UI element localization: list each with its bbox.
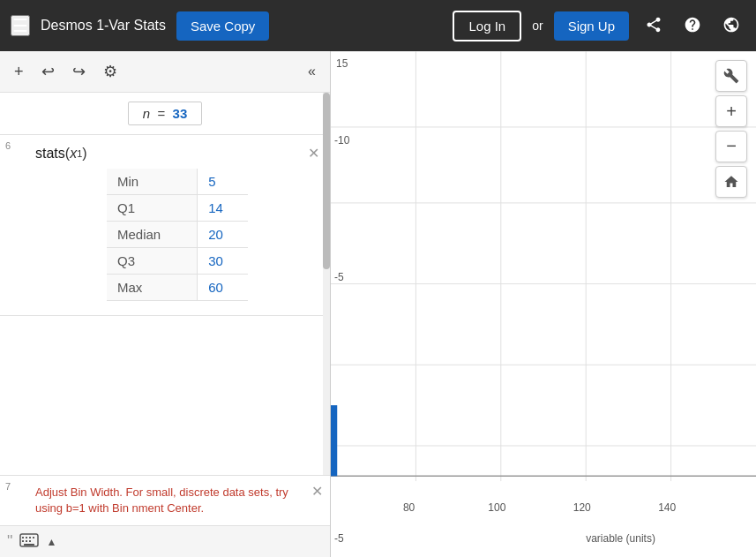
header: ☰ Desmos 1-Var Stats Save Copy Log In or…	[0, 0, 756, 51]
menu-icon[interactable]: ☰	[11, 15, 30, 36]
svg-rect-7	[29, 540, 31, 542]
stat-label: Min	[107, 169, 198, 195]
share-icon	[645, 16, 662, 34]
zoom-in-button[interactable]: +	[715, 95, 747, 127]
svg-text:100: 100	[488, 501, 505, 514]
svg-text:-10: -10	[334, 134, 350, 147]
svg-rect-8	[24, 544, 34, 546]
table-row: Q114	[107, 195, 248, 222]
undo-button[interactable]: ↩	[38, 58, 58, 85]
share-button[interactable]	[640, 12, 668, 40]
hint-text: Adjust Bin Width. For small, discrete da…	[11, 485, 319, 516]
hint-box: 7 Adjust Bin Width. For small, discrete …	[0, 475, 330, 525]
table-row: Q330	[107, 248, 248, 275]
stat-value: 14	[198, 195, 248, 222]
stat-label: Median	[107, 222, 198, 248]
graph-grid: 15 -10 -5 80 100 120 140 variable (units…	[331, 51, 756, 557]
svg-text:variable (units): variable (units)	[586, 532, 655, 545]
stat-label: Q1	[107, 195, 198, 222]
stat-value: 60	[198, 275, 248, 301]
expression-n[interactable]: n = 33	[0, 93, 330, 135]
n-value-box: n = 33	[128, 102, 202, 125]
expression-stats[interactable]: 6 stats ( x 1 ) ✕ Min5Q114Median20Q330Ma…	[0, 135, 330, 316]
table-row: Min5	[107, 169, 248, 195]
header-or-text: or	[532, 19, 543, 33]
svg-text:15: 15	[336, 57, 348, 70]
svg-rect-1	[22, 537, 24, 538]
plus-icon: +	[726, 102, 737, 120]
arrow-up-button[interactable]: ▲	[46, 536, 56, 548]
svg-rect-4	[33, 537, 34, 538]
stat-value: 30	[198, 248, 248, 275]
bottom-toolbar: " ▲	[0, 525, 330, 557]
table-row: Max60	[107, 275, 248, 301]
svg-text:140: 140	[658, 501, 676, 514]
zoom-out-button[interactable]: −	[715, 131, 747, 162]
svg-text:-5: -5	[334, 271, 344, 283]
signup-button[interactable]: Sign Up	[554, 11, 629, 41]
n-variable: n	[143, 106, 150, 121]
graph-toolbar: + −	[715, 60, 747, 198]
svg-text:80: 80	[403, 501, 415, 514]
keyboard-icon	[19, 533, 39, 547]
n-number: 33	[173, 106, 188, 121]
globe-button[interactable]	[717, 12, 745, 40]
expression-toolbar: + ↩ ↪ ⚙ «	[0, 51, 330, 93]
help-icon	[684, 16, 701, 34]
stat-value: 20	[198, 222, 248, 248]
stat-label: Max	[107, 275, 198, 301]
close-stats-button[interactable]: ✕	[308, 147, 319, 161]
svg-rect-2	[26, 537, 27, 538]
settings-button[interactable]: ⚙	[100, 58, 121, 85]
expressions-panel: n = 33 6 stats ( x 1 ) ✕ Min5Q11	[0, 93, 330, 475]
table-row: Median20	[107, 222, 248, 248]
login-button[interactable]: Log In	[453, 11, 521, 41]
svg-rect-21	[331, 405, 337, 476]
stat-label: Q3	[107, 248, 198, 275]
svg-rect-6	[26, 540, 27, 542]
stat-value: 5	[198, 169, 248, 195]
app-title: Desmos 1-Var Stats	[41, 18, 166, 34]
svg-rect-5	[22, 540, 24, 542]
stats-results-table: Min5Q114Median20Q330Max60	[107, 169, 248, 301]
collapse-button[interactable]: «	[304, 60, 319, 83]
help-button[interactable]	[678, 12, 707, 40]
sidebar: + ↩ ↪ ⚙ « n = 33	[0, 51, 331, 557]
close-hint-button[interactable]: ✕	[311, 483, 323, 500]
keyboard-button[interactable]	[19, 533, 39, 551]
graph-area: 15 -10 -5 80 100 120 140 variable (units…	[331, 51, 756, 557]
home-icon	[723, 174, 739, 190]
wrench-icon	[723, 68, 739, 84]
redo-button[interactable]: ↪	[69, 58, 89, 85]
home-button[interactable]	[715, 166, 747, 198]
svg-text:120: 120	[573, 501, 591, 514]
scroll-track	[323, 93, 330, 475]
quote-icon: "	[7, 532, 12, 551]
stats-function-text: stats	[35, 146, 65, 162]
stats-expr-row: stats ( x 1 ) ✕	[35, 146, 319, 162]
globe-icon	[722, 16, 740, 34]
scroll-thumb[interactable]	[323, 93, 330, 269]
add-expression-button[interactable]: +	[11, 59, 27, 85]
hint-number-7: 7	[5, 481, 11, 492]
main-layout: + ↩ ↪ ⚙ « n = 33	[0, 51, 756, 557]
save-copy-button[interactable]: Save Copy	[176, 11, 269, 41]
svg-text:-5: -5	[334, 532, 344, 545]
svg-rect-3	[29, 537, 31, 538]
wrench-button[interactable]	[715, 60, 747, 92]
minus-icon: −	[726, 137, 737, 154]
expression-number-6: 6	[5, 140, 11, 151]
